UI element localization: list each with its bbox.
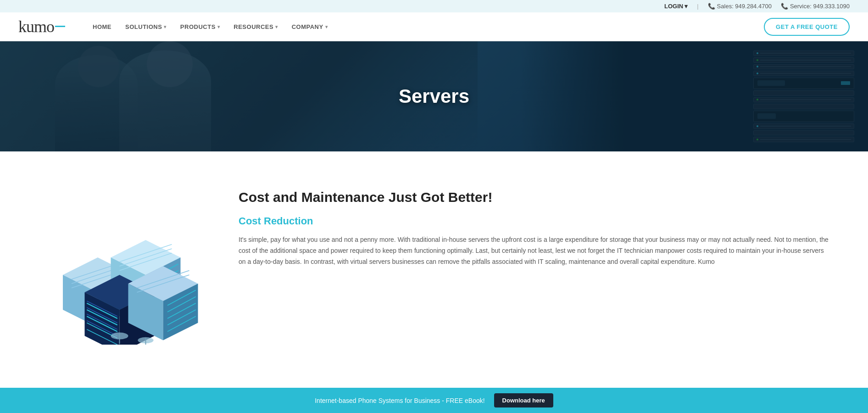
content-section: Cost and Maintenance Just Got Better! Co… (0, 151, 868, 374)
server-cluster-svg (37, 179, 211, 345)
get-free-quote-button[interactable]: GET A FREE QUOTE (764, 18, 850, 36)
divider: | (697, 3, 698, 10)
logo[interactable]: kumo (18, 17, 65, 36)
logo-bar (55, 26, 65, 27)
header: kumo HOME SOLUTIONS ▾ PRODUCTS ▾ RESOURC… (0, 12, 868, 41)
main-nav: HOME SOLUTIONS ▾ PRODUCTS ▾ RESOURCES ▾ … (93, 23, 764, 30)
login-button[interactable]: LOGIN ▾ (664, 3, 688, 10)
nav-item-solutions[interactable]: SOLUTIONS ▾ (125, 23, 167, 30)
resources-dropdown-arrow: ▾ (275, 24, 278, 29)
content-heading: Cost and Maintenance Just Got Better! (239, 188, 831, 206)
login-arrow: ▾ (684, 3, 688, 10)
hero-banner: Servers (0, 41, 868, 151)
sales-phone: 📞 Sales: 949.284.4700 (708, 3, 772, 10)
nav-item-resources[interactable]: RESOURCES ▾ (234, 23, 278, 30)
company-dropdown-arrow: ▾ (325, 24, 328, 29)
content-text: Cost and Maintenance Just Got Better! Co… (239, 179, 831, 267)
hero-title: Servers (399, 85, 469, 107)
server-illustration (37, 179, 211, 346)
nav-item-home[interactable]: HOME (93, 23, 111, 30)
content-body: It's simple, pay for what you use and no… (239, 234, 831, 267)
logo-text: kumo (18, 17, 65, 36)
service-phone: 📞 Service: 949.333.1090 (781, 3, 850, 10)
products-dropdown-arrow: ▾ (217, 24, 220, 29)
phone-icon-service: 📞 (781, 3, 788, 10)
top-bar: LOGIN ▾ | 📞 Sales: 949.284.4700 📞 Servic… (0, 0, 868, 12)
service-label: Service: 949.333.1090 (790, 3, 850, 10)
login-label: LOGIN (664, 3, 683, 10)
sales-label: Sales: 949.284.4700 (717, 3, 772, 10)
nav-item-company[interactable]: COMPANY ▾ (292, 23, 328, 30)
phone-icon-sales: 📞 (708, 3, 715, 10)
nav-item-products[interactable]: PRODUCTS ▾ (180, 23, 220, 30)
solutions-dropdown-arrow: ▾ (164, 24, 167, 29)
content-subheading: Cost Reduction (239, 215, 831, 227)
